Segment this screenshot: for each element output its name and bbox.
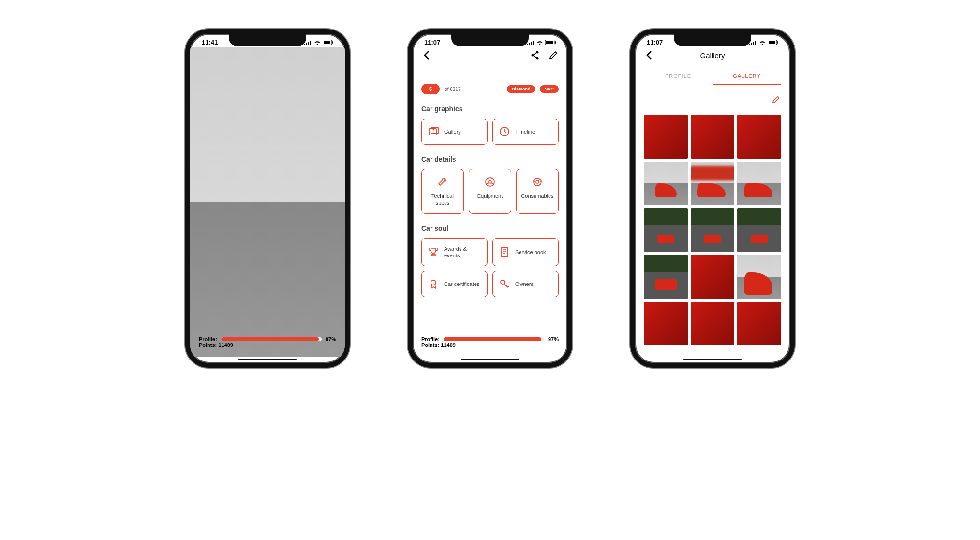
gallery-thumb[interactable]: [691, 208, 735, 252]
wifi-icon: [314, 40, 321, 45]
card-owners[interactable]: Owners: [492, 271, 559, 297]
footer-points: 11409: [218, 342, 233, 348]
card-gallery-label: Gallery: [444, 128, 461, 135]
card-timeline[interactable]: Timeline: [492, 119, 559, 145]
gallery-thumb[interactable]: [644, 255, 688, 299]
gallery-thumb[interactable]: [644, 208, 688, 252]
edit-gallery-button[interactable]: [771, 94, 781, 105]
card-timeline-label: Timeline: [515, 128, 535, 135]
home-indicator[interactable]: [683, 359, 742, 360]
gallery-thumb[interactable]: [691, 255, 735, 299]
svg-point-31: [489, 180, 491, 183]
card-service-book[interactable]: Service book: [492, 238, 559, 267]
progress-bar: [221, 337, 322, 341]
rank-row: 5 of 6217 Diamond SPC: [421, 84, 559, 94]
card-gallery[interactable]: Gallery: [421, 119, 488, 145]
gallery-thumb[interactable]: [691, 115, 735, 159]
key-icon: [499, 278, 510, 290]
gallery-icon: [428, 126, 439, 137]
notch: [451, 34, 529, 46]
card-equipment[interactable]: Equipment: [469, 169, 511, 214]
svg-point-28: [433, 129, 434, 131]
tab-profile[interactable]: PROFILE: [644, 73, 713, 85]
gallery-thumb[interactable]: [737, 115, 781, 159]
svg-rect-19: [533, 41, 534, 45]
card-awards-label: Awards & events: [444, 245, 481, 259]
status-time: 11:41: [202, 39, 218, 46]
home-indicator[interactable]: [238, 359, 297, 360]
svg-rect-6: [332, 41, 333, 44]
progress-bar: [444, 337, 544, 341]
svg-rect-38: [751, 43, 752, 45]
gallery-thumb[interactable]: [737, 208, 781, 252]
svg-point-36: [501, 280, 505, 284]
wifi-icon: [759, 40, 766, 45]
gallery-thumb[interactable]: [691, 162, 735, 206]
gallery-thumb[interactable]: [737, 302, 781, 346]
tabs: PROFILE GALLERY: [644, 73, 781, 85]
pencil-icon: [772, 96, 780, 104]
svg-rect-21: [546, 41, 553, 44]
pencil-icon: [549, 51, 558, 60]
footer-points-label: Points:: [199, 342, 217, 348]
footer-profile-label: Profile:: [199, 336, 217, 342]
svg-rect-18: [531, 42, 532, 45]
home-indicator[interactable]: [461, 359, 519, 360]
card-equipment-label: Equipment: [477, 193, 503, 199]
svg-rect-16: [527, 44, 528, 45]
svg-rect-3: [310, 41, 311, 45]
ribbon-icon: [428, 278, 439, 290]
edit-button[interactable]: [548, 50, 559, 60]
back-button[interactable]: [644, 50, 654, 60]
svg-rect-39: [753, 42, 754, 45]
tab-gallery[interactable]: GALLERY: [713, 73, 781, 85]
section-car-graphics: Car graphics: [421, 105, 559, 113]
status-indicators: [749, 40, 778, 45]
svg-rect-22: [555, 41, 556, 44]
svg-rect-27: [431, 127, 438, 134]
battery-icon: [768, 40, 778, 45]
notch: [229, 34, 306, 46]
trophy-icon: [428, 246, 439, 258]
section-car-details: Car details: [421, 155, 559, 163]
card-awards[interactable]: Awards & events: [421, 238, 488, 267]
card-consumables[interactable]: Consumables: [516, 169, 559, 214]
image-carousel[interactable]: [190, 68, 345, 131]
notch: [674, 34, 751, 46]
card-service-label: Service book: [515, 249, 546, 255]
book-icon: [499, 246, 510, 258]
svg-rect-2: [308, 42, 309, 45]
card-owners-label: Owners: [515, 281, 534, 287]
share-icon: [530, 50, 540, 60]
gallery-thumb[interactable]: [691, 302, 735, 346]
back-button[interactable]: [421, 50, 432, 60]
svg-rect-43: [777, 41, 778, 44]
footer-profile-label: Profile:: [421, 336, 440, 342]
gallery-thumb[interactable]: [644, 302, 688, 346]
svg-point-33: [536, 180, 539, 183]
card-certificates[interactable]: Car certificates: [421, 271, 488, 297]
status-time: 11:07: [424, 39, 440, 46]
gallery-thumb[interactable]: [644, 162, 688, 206]
battery-icon: [323, 40, 333, 45]
svg-rect-34: [501, 248, 508, 256]
footer-percent: 97%: [326, 336, 336, 342]
tier2-pill: SPC: [540, 85, 559, 93]
page-title: Galllery: [654, 51, 771, 60]
svg-rect-40: [755, 41, 756, 45]
svg-rect-37: [749, 44, 750, 45]
battery-icon: [545, 40, 556, 45]
status-indicators: [527, 40, 556, 45]
svg-rect-26: [429, 129, 436, 135]
card-technical-specs[interactable]: Technical specs: [421, 169, 464, 214]
share-button[interactable]: [530, 50, 540, 60]
gallery-thumb[interactable]: [644, 115, 688, 159]
section-car-soul: Car soul: [421, 225, 559, 232]
status-time: 11:07: [647, 39, 663, 46]
gallery-thumb[interactable]: [737, 255, 781, 299]
svg-rect-42: [769, 41, 775, 44]
svg-rect-5: [324, 41, 330, 44]
gallery-thumb[interactable]: [737, 162, 781, 206]
card-consumables-label: Consumables: [521, 193, 553, 199]
footer: Profile: 97% Points: 11409: [421, 336, 559, 348]
